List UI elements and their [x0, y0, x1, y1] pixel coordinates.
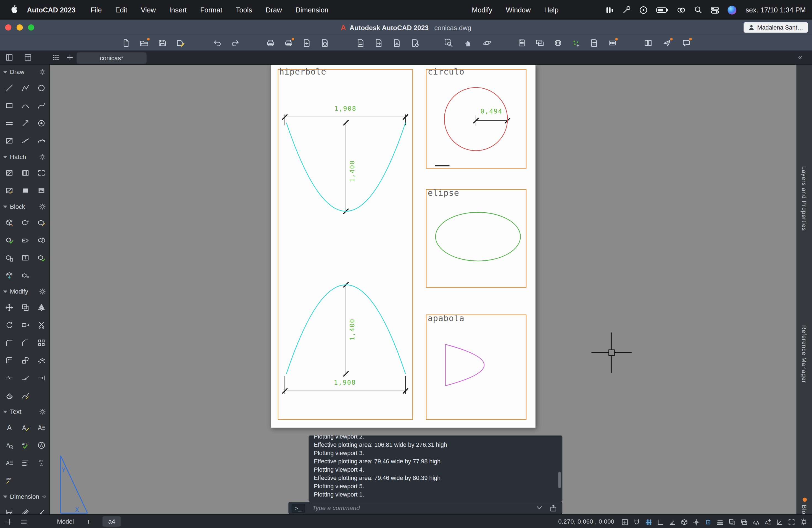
- construction-line-tool[interactable]: [17, 132, 33, 150]
- point-style-button[interactable]: [570, 37, 582, 49]
- pdf-export-tool[interactable]: PDF: [1, 472, 17, 489]
- angular-dimension-tool[interactable]: [33, 504, 49, 514]
- break-tool[interactable]: [1, 369, 17, 387]
- menu-draw[interactable]: Draw: [259, 6, 289, 14]
- pan-button[interactable]: [462, 37, 474, 49]
- drawing-tab-active[interactable]: conicas*: [77, 52, 147, 63]
- polar-tracking-icon[interactable]: [669, 518, 677, 526]
- section-draw[interactable]: Draw: [0, 66, 49, 78]
- object-snap-icon[interactable]: [704, 518, 712, 526]
- donut-tool[interactable]: [33, 114, 49, 132]
- chamfer-tool[interactable]: [17, 334, 33, 352]
- edit-text-tool[interactable]: A: [17, 419, 33, 437]
- polyline-tool[interactable]: [17, 79, 33, 97]
- export-pdf-button[interactable]: [391, 37, 403, 49]
- boundary-tool[interactable]: [33, 164, 49, 182]
- stretch-tool[interactable]: [17, 317, 33, 334]
- command-input[interactable]: [313, 504, 537, 511]
- gear-icon[interactable]: [39, 408, 46, 415]
- list-icon[interactable]: [19, 518, 28, 526]
- menu-insert[interactable]: Insert: [162, 6, 193, 14]
- layer-translate-button[interactable]: [533, 37, 546, 49]
- account-button[interactable]: Madalena Sant…: [744, 23, 808, 33]
- solid-fill-tool[interactable]: [17, 182, 33, 200]
- gear-icon[interactable]: [39, 153, 46, 160]
- model-tab[interactable]: Model: [57, 518, 74, 525]
- chevron-down-icon[interactable]: [537, 506, 542, 510]
- align-text-tool[interactable]: [17, 454, 33, 472]
- array-tool[interactable]: [33, 334, 49, 352]
- scrollbar-thumb[interactable]: [558, 472, 561, 488]
- menu-tools[interactable]: Tools: [229, 6, 259, 14]
- battery-icon[interactable]: [656, 5, 668, 14]
- pdf-text-recognition-tool[interactable]: PDFA: [33, 454, 49, 472]
- menu-view[interactable]: View: [134, 6, 162, 14]
- auto-scale-icon[interactable]: A: [764, 518, 772, 526]
- control-center-icon[interactable]: [710, 5, 719, 14]
- wrench-icon[interactable]: [622, 6, 630, 14]
- new-layout-tab[interactable]: +: [86, 517, 91, 526]
- export-dwf-button[interactable]: [372, 37, 385, 49]
- share-button[interactable]: [661, 37, 673, 49]
- gear-icon[interactable]: [39, 203, 46, 210]
- tab-layers-properties[interactable]: Layers and Properties: [801, 166, 808, 231]
- section-modify[interactable]: Modify: [0, 286, 49, 297]
- offset-tool[interactable]: [1, 114, 17, 132]
- plot-preview-button[interactable]: [282, 37, 295, 49]
- edit-block-tool[interactable]: [33, 214, 49, 231]
- menu-file[interactable]: File: [84, 6, 108, 14]
- block-check-tool[interactable]: [1, 231, 17, 249]
- page-setup-button[interactable]: [354, 37, 367, 49]
- new-file-button[interactable]: [120, 37, 132, 49]
- transparency-icon[interactable]: [728, 518, 736, 526]
- panel-toggle-icon[interactable]: [5, 53, 14, 62]
- menu-modify[interactable]: Modify: [465, 6, 499, 14]
- spline-tool[interactable]: [33, 97, 49, 115]
- plot-button[interactable]: [264, 37, 276, 49]
- layout-grid-icon[interactable]: [24, 53, 32, 62]
- quick-properties-button[interactable]: [516, 37, 528, 49]
- publish-button[interactable]: [301, 37, 313, 49]
- edit-polyline-tool[interactable]: [17, 387, 33, 405]
- block-sync-tool[interactable]: [33, 231, 49, 249]
- erase-tool[interactable]: [1, 387, 17, 405]
- hatch-edit-tool[interactable]: [1, 182, 17, 200]
- circle-tool[interactable]: [33, 79, 49, 97]
- batch-plot-button[interactable]: [318, 37, 331, 49]
- annotation-visibility-icon[interactable]: A: [752, 518, 760, 526]
- rectangle-tool[interactable]: [1, 97, 17, 115]
- start-tab-icon[interactable]: [52, 53, 60, 62]
- section-dimension[interactable]: Dimension: [0, 491, 49, 502]
- menu-format[interactable]: Format: [193, 6, 229, 14]
- inference-icon[interactable]: [621, 518, 628, 526]
- ucs-toggle-icon[interactable]: [776, 518, 784, 526]
- apple-menu-icon[interactable]: [11, 5, 18, 15]
- collapse-ribbon-icon[interactable]: «: [798, 53, 802, 61]
- object-snap-tracking-icon[interactable]: [692, 518, 700, 526]
- tab-reference-manager[interactable]: Reference Manager: [801, 325, 808, 383]
- text-style-tool[interactable]: A: [33, 437, 49, 454]
- zoom-window-button[interactable]: [442, 37, 454, 49]
- feedback-button[interactable]: [680, 37, 692, 49]
- web-publish-button[interactable]: [552, 37, 564, 49]
- multiline-text-tool[interactable]: A: [33, 419, 49, 437]
- gradient-tool[interactable]: [17, 164, 33, 182]
- fillet-tool[interactable]: [1, 334, 17, 352]
- single-line-text-tool[interactable]: A: [1, 419, 17, 437]
- justify-text-tool[interactable]: A: [1, 454, 17, 472]
- grid-icon[interactable]: [644, 518, 652, 526]
- etransmit-button[interactable]: [408, 37, 421, 49]
- isometric-drafting-icon[interactable]: [681, 518, 688, 526]
- define-attribute-tool[interactable]: T: [17, 249, 33, 267]
- siri-icon[interactable]: [727, 5, 736, 14]
- move-tool[interactable]: [1, 299, 17, 317]
- play-icon[interactable]: [639, 5, 648, 14]
- line-tool[interactable]: [1, 79, 17, 97]
- selection-cycling-icon[interactable]: [740, 518, 748, 526]
- hatch-tool[interactable]: [1, 164, 17, 182]
- ortho-icon[interactable]: [657, 518, 665, 526]
- lineweight-icon[interactable]: [716, 518, 724, 526]
- menu-edit[interactable]: Edit: [108, 6, 134, 14]
- attribute-sync-tool[interactable]: [33, 249, 49, 267]
- attribute-tool[interactable]: [17, 231, 33, 249]
